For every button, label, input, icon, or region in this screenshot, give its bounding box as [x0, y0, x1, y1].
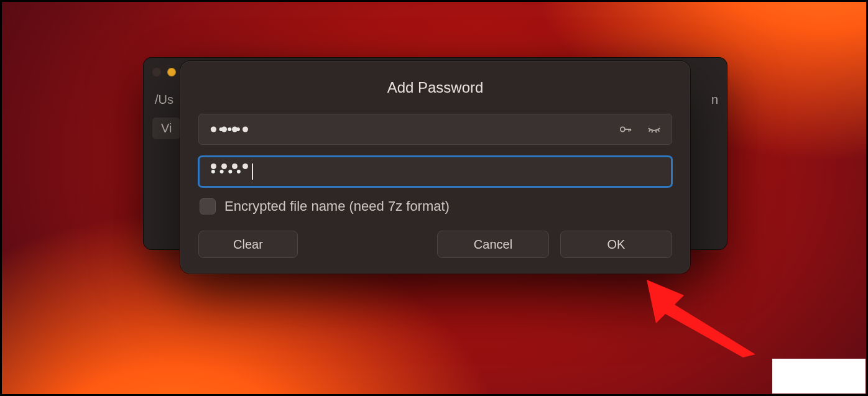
clear-button[interactable]: Clear: [198, 231, 298, 258]
minimize-window-button[interactable]: [167, 68, 176, 76]
dialog-button-row: Clear Cancel OK: [198, 231, 672, 258]
encrypt-filename-checkbox[interactable]: [200, 198, 216, 214]
svg-marker-1: [647, 280, 755, 357]
encrypt-filename-row: Encrypted file name (need 7z format): [200, 198, 672, 214]
cancel-button[interactable]: Cancel: [437, 231, 549, 258]
parent-sidebar-chip: Vi: [152, 117, 180, 139]
annotation-arrow: [640, 274, 759, 361]
password-field-row: [198, 114, 672, 145]
desktop-wallpaper: /Us Vi n Add Password: [0, 0, 868, 396]
parent-right-hint: n: [711, 93, 718, 107]
confirm-password-input[interactable]: [198, 156, 672, 187]
eye-closed-icon[interactable]: [645, 122, 663, 137]
parent-path-label: /Us: [155, 93, 173, 107]
confirm-password-field-row: [198, 156, 672, 187]
encrypt-filename-label: Encrypted file name (need 7z format): [224, 198, 450, 214]
svg-point-0: [621, 127, 625, 131]
key-icon[interactable]: [616, 122, 635, 137]
add-password-dialog: Add Password: [180, 61, 690, 274]
ok-button[interactable]: OK: [560, 231, 672, 258]
close-window-button[interactable]: [152, 68, 161, 76]
watermark-block: [772, 359, 866, 394]
password-input[interactable]: [198, 114, 672, 145]
dialog-title: Add Password: [198, 79, 672, 96]
